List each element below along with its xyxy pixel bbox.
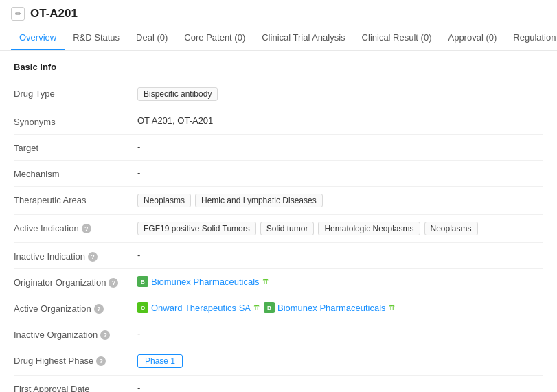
- tab-core-patent[interactable]: Core Patent (0): [176, 25, 253, 51]
- onward-name[interactable]: Onward Therapeutics SA: [151, 303, 251, 313]
- tab-deal[interactable]: Deal (0): [128, 25, 176, 51]
- therapeutic-areas-value: Neoplasms Hemic and Lymphatic Diseases: [137, 194, 543, 207]
- tab-regulation[interactable]: Regulation (0): [505, 25, 557, 51]
- synonyms-value: OT A201, OT-A201: [137, 115, 543, 126]
- tab-clinical-result[interactable]: Clinical Result (0): [354, 25, 440, 51]
- onward-org-item: O Onward Therapeutics SA ⇈: [137, 302, 260, 313]
- drug-highest-phase-value: Phase 1: [137, 354, 543, 368]
- biomunex-active-logo: B: [264, 302, 275, 313]
- active-indication-row: Active Indication ? FGF19 positive Solid…: [14, 215, 543, 243]
- onward-logo: O: [137, 302, 148, 313]
- inactive-org-row: Inactive Organization ? -: [14, 321, 543, 347]
- phase-tag: Phase 1: [137, 354, 183, 368]
- therapeutic-areas-label: Therapeutic Areas: [14, 194, 137, 205]
- inactive-indication-label: Inactive Indication ?: [14, 250, 137, 262]
- tab-overview[interactable]: Overview: [11, 25, 65, 51]
- inactive-org-help-icon[interactable]: ?: [100, 330, 110, 340]
- drug-highest-phase-help-icon[interactable]: ?: [96, 356, 106, 366]
- mechanism-label: Mechanism: [14, 168, 137, 179]
- first-approval-date-value: -: [137, 382, 543, 392]
- active-indication-help-icon[interactable]: ?: [82, 224, 91, 233]
- inactive-indication-row: Inactive Indication ? -: [14, 243, 543, 269]
- biomunex-name[interactable]: Biomunex Pharmaceuticals: [151, 277, 260, 287]
- originator-org-label: Originator Organization ?: [14, 276, 137, 288]
- biomunex-active-name[interactable]: Biomunex Pharmaceuticals: [277, 303, 386, 313]
- active-org-value: O Onward Therapeutics SA ⇈ B Biomunex Ph…: [137, 302, 543, 313]
- tab-bar: Overview R&D Status Deal (0) Core Patent…: [0, 25, 557, 51]
- active-indication-label: Active Indication ?: [14, 222, 137, 233]
- tab-approval[interactable]: Approval (0): [440, 25, 505, 51]
- tag-hemic: Hemic and Lymphatic Diseases: [195, 194, 323, 207]
- tag-fgf19: FGF19 positive Solid Tumors: [137, 222, 256, 235]
- biomunex-active-arrows: ⇈: [389, 303, 395, 312]
- first-approval-date-label: First Approval Date: [14, 382, 137, 392]
- mechanism-value: -: [137, 168, 543, 178]
- drug-type-tag: Bispecific antibody: [137, 87, 218, 101]
- drug-type-row: Drug Type Bispecific antibody: [14, 80, 543, 108]
- originator-org-row: Originator Organization ? B Biomunex Pha…: [14, 269, 543, 295]
- active-org-row: Active Organization ? O Onward Therapeut…: [14, 295, 543, 321]
- drug-type-value: Bispecific antibody: [137, 87, 543, 101]
- active-org-label: Active Organization ?: [14, 302, 137, 314]
- biomunex-logo: B: [137, 276, 148, 287]
- tab-clinical-trial[interactable]: Clinical Trial Analysis: [253, 25, 353, 51]
- inactive-org-value: -: [137, 328, 543, 338]
- edit-icon[interactable]: ✏: [11, 7, 25, 21]
- drug-type-label: Drug Type: [14, 87, 137, 99]
- biomunex-arrows: ⇈: [262, 277, 269, 286]
- inactive-indication-help-icon[interactable]: ?: [88, 252, 98, 262]
- inactive-indication-value: -: [137, 250, 543, 260]
- active-indication-value: FGF19 positive Solid Tumors Solid tumor …: [137, 222, 543, 235]
- first-approval-date-row: First Approval Date -: [14, 376, 543, 392]
- drug-title: OT-A201: [30, 7, 78, 21]
- title-bar: ✏ OT-A201: [0, 0, 557, 25]
- drug-highest-phase-label: Drug Highest Phase ?: [14, 354, 137, 366]
- target-value: -: [137, 141, 543, 152]
- active-org-help-icon[interactable]: ?: [94, 304, 104, 314]
- tag-solid-tumor: Solid tumor: [260, 222, 315, 235]
- originator-org-value: B Biomunex Pharmaceuticals ⇈: [137, 276, 543, 287]
- tag-neoplasms: Neoplasms: [137, 194, 191, 207]
- synonyms-row: Synonyms OT A201, OT-A201: [14, 108, 543, 135]
- target-row: Target -: [14, 135, 543, 161]
- drug-highest-phase-row: Drug Highest Phase ? Phase 1: [14, 347, 543, 376]
- section-title: Basic Info: [14, 62, 543, 72]
- tab-rd-status[interactable]: R&D Status: [65, 25, 128, 51]
- therapeutic-areas-row: Therapeutic Areas Neoplasms Hemic and Ly…: [14, 187, 543, 215]
- target-label: Target: [14, 141, 137, 153]
- originator-org-item: B Biomunex Pharmaceuticals ⇈: [137, 276, 269, 287]
- onward-arrows: ⇈: [253, 303, 260, 312]
- mechanism-row: Mechanism -: [14, 161, 543, 187]
- originator-org-help-icon[interactable]: ?: [109, 278, 118, 288]
- synonyms-label: Synonyms: [14, 115, 137, 127]
- tag-neoplasms2: Neoplasms: [424, 222, 478, 235]
- biomunex-active-org-item: B Biomunex Pharmaceuticals ⇈: [264, 302, 395, 313]
- tag-hematologic: Hematologic Neoplasms: [318, 222, 420, 235]
- content-area: Basic Info Drug Type Bispecific antibody…: [0, 51, 557, 392]
- inactive-org-label: Inactive Organization ?: [14, 328, 137, 340]
